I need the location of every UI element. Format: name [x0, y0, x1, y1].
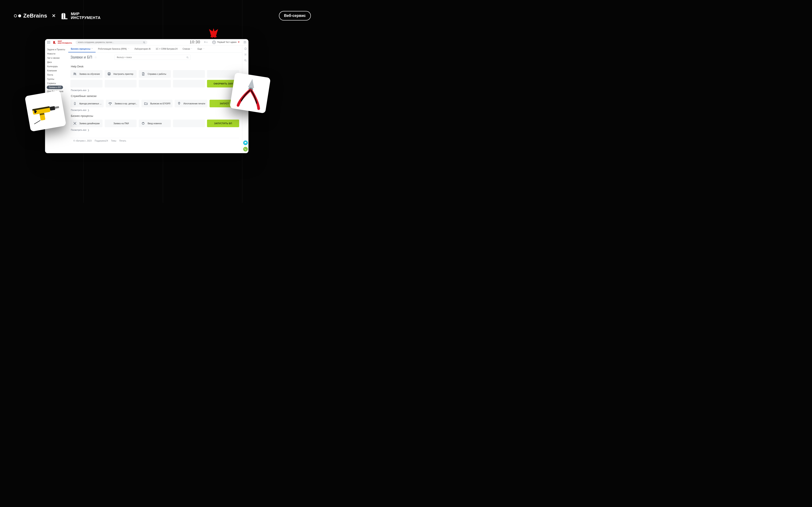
- card-label: Выписки из ЕГЮРЛ: [150, 102, 170, 105]
- search-rail-icon[interactable]: [244, 59, 247, 62]
- scales-icon: [108, 101, 112, 106]
- card-printer[interactable]: Настроить принтер: [105, 70, 137, 78]
- card-empty[interactable]: [173, 120, 205, 127]
- svg-point-5: [143, 42, 145, 43]
- svg-point-7: [214, 41, 214, 42]
- card-empty[interactable]: [105, 80, 137, 88]
- topbar: МИР ИНСТРУМЕНТА 10:30 ⚑ 0 Первый Тест ад…: [45, 39, 248, 45]
- user-menu[interactable]: Первый Тест админ: [212, 40, 240, 44]
- sidebar-item-tasks[interactable]: Задачи и Проекты: [47, 48, 66, 52]
- sidebar-item-chat[interactable]: Чат и звонки: [47, 56, 66, 60]
- chevron-down-icon: ﹀: [191, 48, 192, 50]
- phone-icon: [72, 101, 77, 106]
- footer-copyright: © «Битрикс», 2023: [73, 139, 92, 142]
- tab-label: Лаборатория AI: [135, 48, 151, 50]
- footer-support[interactable]: Поддержка24: [95, 139, 108, 142]
- see-all-label: Посмотреть все: [71, 89, 87, 92]
- caret-down-icon: [238, 42, 240, 43]
- avatar-icon: [212, 40, 216, 44]
- footer-themes[interactable]: Темы: [111, 139, 116, 142]
- card-label: Ввод новинок: [148, 122, 161, 125]
- card-empty[interactable]: [70, 80, 103, 88]
- card-empty[interactable]: [173, 70, 205, 78]
- sidebar-item-mail[interactable]: Почта: [47, 73, 66, 77]
- tab-lists[interactable]: Списки﹀: [180, 45, 195, 52]
- see-all-memos[interactable]: Посмотреть все❯: [71, 109, 239, 111]
- document-icon: [141, 72, 146, 76]
- chat-bubble-icon[interactable]: [243, 140, 248, 145]
- zebrains-wordmark: ZeBrains: [23, 12, 47, 19]
- tab-bizproc[interactable]: Бизнес-процессы﹀: [68, 45, 96, 52]
- tools-icon: [72, 121, 77, 126]
- sidebar-item-news[interactable]: Новости: [47, 52, 66, 56]
- card-ad-rent[interactable]: Аренда рекламных ...: [70, 100, 104, 107]
- tab-more[interactable]: Еще﹀: [195, 45, 207, 52]
- sidebar-item-company[interactable]: Компания: [47, 69, 66, 73]
- bell-icon[interactable]: [244, 47, 247, 51]
- pliers-icon: [231, 74, 269, 111]
- sidebar-item-requests[interactable]: Заявки и БП: [47, 86, 63, 89]
- flag-icon: ⚑: [204, 41, 206, 43]
- mir-mark-icon: [60, 12, 69, 20]
- page-title: Заявки и БП: [70, 55, 92, 60]
- card-label: Настроить принтер: [113, 73, 134, 75]
- sidebar-item-disk[interactable]: Диск: [47, 60, 66, 64]
- decoration-pliers-card: [230, 72, 271, 114]
- card-reference[interactable]: Справка с работы: [139, 70, 171, 78]
- tab-1c[interactable]: 1С + CRM Битрикс24: [153, 45, 180, 52]
- red-star-decoration: [202, 23, 225, 41]
- see-all-helpdesk[interactable]: Посмотреть все❯: [71, 89, 239, 92]
- footer-print[interactable]: Печать: [119, 139, 126, 142]
- filter-box[interactable]: [114, 55, 191, 60]
- tab-label: 1С + CRM Битрикс24: [156, 48, 177, 50]
- tab-ai[interactable]: Лаборатория AI: [132, 45, 153, 52]
- search-icon: [143, 41, 146, 45]
- card-stamp[interactable]: Изготовление печати: [175, 100, 207, 107]
- mir-line1: МИР: [71, 12, 101, 16]
- sidebar-item-services[interactable]: Сервисы: [47, 81, 66, 86]
- card-empty[interactable]: [139, 80, 171, 88]
- collab-x-icon: ✕: [52, 13, 56, 18]
- sidebar-item-calendar[interactable]: Календарь: [47, 64, 66, 68]
- mir-logo: МИР ИНСТРУМЕНТА: [60, 12, 101, 20]
- card-egrul[interactable]: Выписки из ЕГЮРЛ: [142, 100, 172, 107]
- card-label: Заявка на обучение: [79, 73, 100, 75]
- card-pki[interactable]: Заявка на ПКИ: [105, 120, 137, 127]
- card-training[interactable]: Заявка на обучение: [70, 70, 103, 78]
- see-all-label: Посмотреть все: [71, 109, 87, 111]
- user-name: Первый Тест админ: [217, 41, 237, 43]
- svg-rect-14: [108, 74, 110, 75]
- folder-icon: [144, 101, 148, 106]
- drill-icon: [28, 96, 63, 126]
- global-search[interactable]: [75, 40, 147, 44]
- card-empty[interactable]: [173, 80, 205, 88]
- svg-point-11: [75, 73, 76, 74]
- see-all-bp[interactable]: Посмотреть все❯: [71, 129, 239, 131]
- gear-icon[interactable]: [244, 53, 247, 56]
- cart-indicator[interactable]: ⚑ 0: [204, 41, 207, 43]
- tab-label: Бизнес-процессы: [71, 48, 91, 50]
- filter-input[interactable]: [114, 55, 191, 60]
- tab-rpa[interactable]: Роботизация бизнеса (RPA)﹀: [96, 45, 132, 52]
- page-banner: ZeBrains ✕ МИР ИНСТРУМЕНТА Веб-сервис: [14, 11, 311, 20]
- card-label: Заявка дизайнерам: [79, 122, 100, 125]
- card-designers[interactable]: Заявка дизайнерам: [70, 120, 103, 127]
- tab-label: Роботизация бизнеса (RPA): [98, 48, 127, 50]
- search-icon: [186, 56, 189, 60]
- search-input[interactable]: [75, 40, 147, 44]
- svg-line-28: [246, 61, 246, 61]
- svg-point-10: [74, 73, 75, 74]
- card-legal[interactable]: Заявка в юр. департ...: [106, 100, 139, 107]
- favorite-star-icon[interactable]: ☆: [94, 56, 97, 59]
- svg-point-22: [179, 103, 179, 103]
- menu-icon[interactable]: [47, 41, 50, 44]
- card-new-products[interactable]: Ввод новинок: [139, 120, 171, 127]
- app-logo[interactable]: МИР ИНСТРУМЕНТА: [53, 40, 72, 44]
- sidebar-item-groups[interactable]: Группы: [47, 77, 66, 81]
- help-icon[interactable]: ?: [243, 40, 247, 44]
- section-title-helpdesk: Help Desk: [71, 65, 239, 68]
- cart-count: 0: [206, 41, 207, 43]
- cta-label: ЗАПУСТ: [220, 102, 229, 105]
- call-bubble-icon[interactable]: [243, 147, 248, 152]
- cta-bp[interactable]: ЗАПУСТИТЬ БП: [207, 120, 239, 127]
